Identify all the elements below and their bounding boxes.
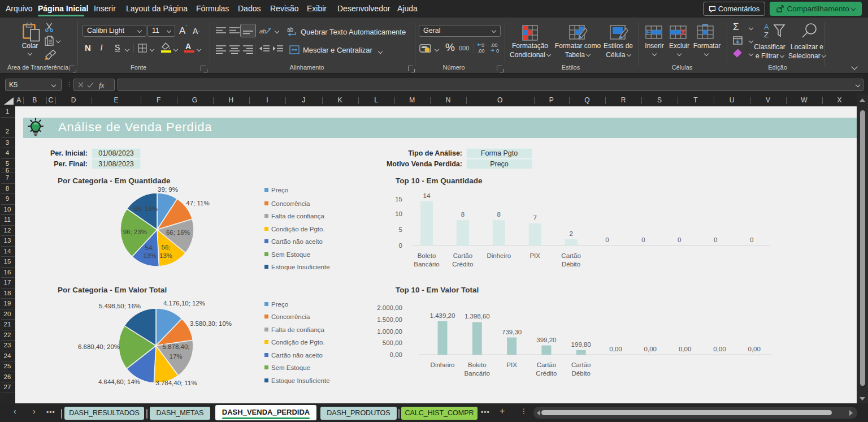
svg-text:.00: .00: [478, 48, 485, 54]
svg-text:2: 2: [569, 230, 572, 237]
svg-text:739,30: 739,30: [502, 329, 522, 335]
svg-text:0: 0: [496, 48, 499, 54]
svg-text:54;: 54;: [145, 244, 154, 251]
svg-text:0,00: 0,00: [390, 351, 402, 358]
svg-text:8: 8: [461, 211, 465, 218]
svg-text:56;: 56;: [162, 244, 171, 251]
svg-text:65; 15%: 65; 15%: [134, 205, 158, 212]
svg-text:47; 11%: 47; 11%: [186, 200, 209, 206]
svg-text:Boleto: Boleto: [468, 361, 487, 368]
svg-text:Bancário: Bancário: [465, 370, 490, 377]
svg-text:39; 9%: 39; 9%: [158, 186, 178, 193]
svg-text:4.644,60; 14%: 4.644,60; 14%: [98, 378, 140, 385]
svg-text:0,00: 0,00: [748, 346, 761, 352]
svg-text:1.000,00: 1.000,00: [377, 328, 402, 335]
svg-text:Débito: Débito: [572, 370, 591, 377]
svg-text:0,00: 0,00: [713, 346, 726, 352]
svg-text:Bancário: Bancário: [414, 261, 439, 268]
svg-text:0: 0: [641, 236, 645, 243]
svg-text:.00: .00: [491, 42, 498, 48]
svg-text:0,00: 0,00: [679, 346, 691, 352]
svg-text:0: 0: [481, 42, 484, 48]
svg-text:Crédito: Crédito: [452, 261, 473, 268]
svg-text:Crédito: Crédito: [536, 370, 557, 377]
svg-text:0,00: 0,00: [609, 346, 622, 352]
svg-text:10: 10: [395, 210, 402, 217]
svg-text:3.580,30; 10%: 3.580,30; 10%: [190, 320, 232, 327]
svg-text:0: 0: [399, 242, 402, 249]
svg-text:17%: 17%: [169, 353, 182, 360]
svg-text:399,20: 399,20: [536, 337, 556, 343]
svg-text:1.500,00: 1.500,00: [377, 316, 402, 323]
svg-text:PIX: PIX: [530, 252, 540, 259]
svg-text:Dinheiro: Dinheiro: [487, 252, 511, 259]
svg-text:fx: fx: [99, 81, 105, 89]
svg-text:Cartão: Cartão: [561, 252, 581, 259]
svg-text:500,00: 500,00: [383, 339, 402, 346]
svg-text:Dinheiro: Dinheiro: [431, 361, 455, 368]
svg-text:0: 0: [714, 236, 717, 243]
svg-text:PIX: PIX: [506, 361, 517, 368]
svg-text:8: 8: [497, 211, 501, 218]
svg-text:0: 0: [605, 236, 609, 243]
svg-text:0,00: 0,00: [644, 346, 657, 352]
svg-text:15: 15: [395, 196, 402, 203]
svg-text:Z: Z: [764, 31, 769, 38]
svg-text:Débito: Débito: [562, 261, 580, 268]
svg-text:Cartão: Cartão: [453, 252, 473, 259]
svg-text:2.000,00: 2.000,00: [377, 304, 402, 311]
svg-text:14: 14: [423, 192, 431, 199]
svg-text:6.680,40; 20%: 6.680,40; 20%: [78, 343, 120, 350]
svg-text:Cartão: Cartão: [571, 361, 591, 368]
svg-text:ab: ab: [259, 28, 266, 35]
svg-text:66; 16%: 66; 16%: [166, 229, 190, 236]
svg-text:1.439,20: 1.439,20: [430, 312, 455, 319]
svg-text:199,80: 199,80: [571, 341, 591, 348]
svg-text:5: 5: [399, 226, 402, 233]
svg-text:7: 7: [533, 214, 536, 221]
svg-text:5.878,40;: 5.878,40;: [163, 343, 190, 350]
svg-text:13%: 13%: [143, 252, 156, 259]
svg-text:Cartão: Cartão: [537, 361, 557, 368]
svg-text:3.784,40; 11%: 3.784,40; 11%: [155, 380, 197, 386]
svg-text:0: 0: [750, 236, 753, 243]
svg-text:13%: 13%: [159, 252, 172, 259]
svg-text:96; 23%: 96; 23%: [123, 229, 147, 235]
svg-text:4.176,10; 12%: 4.176,10; 12%: [163, 300, 205, 307]
svg-text:5.498,50; 16%: 5.498,50; 16%: [99, 303, 141, 309]
svg-text:A: A: [764, 23, 769, 31]
svg-text:ab: ab: [287, 27, 294, 33]
svg-text:Boleto: Boleto: [418, 252, 436, 259]
svg-text:1.398,60: 1.398,60: [465, 313, 490, 320]
svg-text:0: 0: [678, 236, 681, 243]
